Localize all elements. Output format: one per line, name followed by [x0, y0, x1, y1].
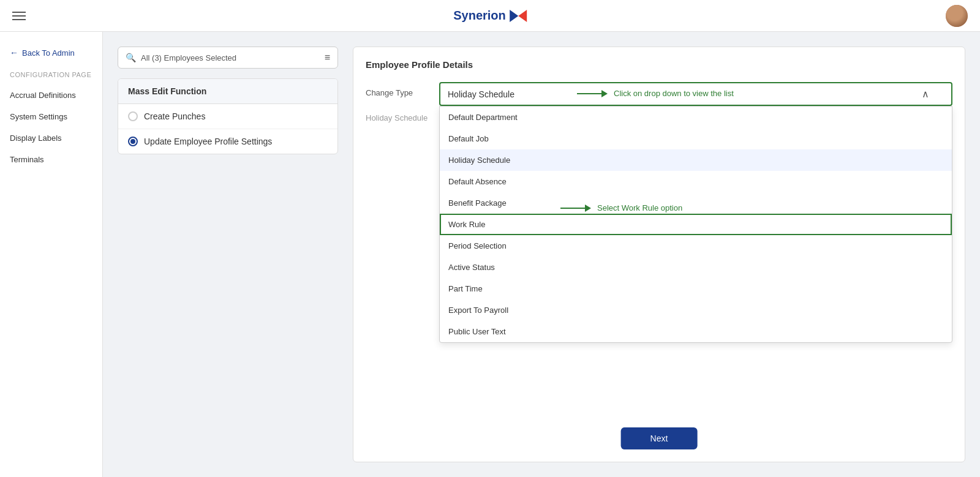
sidebar-item-terminals[interactable]: Terminals	[0, 149, 102, 170]
next-button[interactable]: Next	[621, 427, 698, 449]
avatar[interactable]	[946, 5, 968, 27]
chevron-up-icon: ∧	[922, 88, 929, 100]
change-type-label: Change Type	[366, 82, 439, 97]
search-text: All (3) Employees Selected	[141, 53, 236, 62]
holiday-schedule-field-label: Holiday Schedule	[366, 113, 439, 122]
sidebar-item-system-label: System Settings	[10, 112, 67, 121]
config-label: CONFIGURATION PAGE	[0, 69, 102, 85]
dropdown-export-to-payroll[interactable]: Export To Payroll	[440, 299, 952, 321]
dropdown-active-status[interactable]: Active Status	[440, 257, 952, 278]
sidebar-item-accrual-label: Accrual Definitions	[10, 91, 76, 100]
dropdown-holiday-schedule[interactable]: Holiday Schedule	[440, 149, 952, 171]
sidebar-item-terminals-label: Terminals	[10, 155, 44, 164]
panel-title: Employee Profile Details	[366, 59, 952, 70]
dropdown-default-absence[interactable]: Default Absence	[440, 171, 952, 192]
brand-icon	[510, 10, 527, 22]
sidebar-item-display-label: Display Labels	[10, 133, 62, 143]
update-employee-option[interactable]: Update Employee Profile Settings	[118, 129, 337, 154]
avatar-image	[946, 5, 968, 27]
update-employee-radio[interactable]	[128, 137, 138, 146]
dropdown-menu: Default Department Default Job Holiday S…	[439, 106, 952, 343]
dropdown-period-selection[interactable]: Period Selection	[440, 235, 952, 257]
dropdown-default-job[interactable]: Default Job	[440, 128, 952, 149]
dropdown-default-dept[interactable]: Default Department	[440, 107, 952, 128]
dropdown-public-user-text[interactable]: Public User Text	[440, 321, 952, 342]
dropdown-part-time[interactable]: Part Time	[440, 278, 952, 299]
mass-edit-header: Mass Edit Function	[118, 79, 337, 104]
mass-edit-panel: Mass Edit Function Create Punches Update…	[118, 78, 338, 154]
sidebar-item-accrual[interactable]: Accrual Definitions	[0, 85, 102, 106]
left-panel: 🔍 All (3) Employees Selected ≡ Mass Edit…	[118, 47, 338, 462]
create-punches-radio[interactable]	[128, 111, 138, 121]
brand-name: Synerion	[453, 9, 506, 23]
sidebar-item-system[interactable]: System Settings	[0, 106, 102, 127]
sidebar: ← Back To Admin CONFIGURATION PAGE Accru…	[0, 32, 103, 477]
main-content: 🔍 All (3) Employees Selected ≡ Mass Edit…	[103, 32, 980, 477]
back-label: Back To Admin	[22, 48, 75, 58]
back-to-admin-link[interactable]: ← Back To Admin	[0, 43, 102, 62]
change-type-select[interactable]: Holiday Schedule ∧	[439, 82, 952, 106]
change-type-row: Change Type Holiday Schedule ∧ Default D…	[366, 82, 952, 106]
right-panel: Employee Profile Details Change Type Hol…	[353, 47, 965, 462]
change-type-select-wrapper: Holiday Schedule ∧ Default Department De…	[439, 82, 952, 106]
create-punches-label: Create Punches	[144, 111, 205, 121]
update-employee-label: Update Employee Profile Settings	[144, 137, 272, 146]
filter-icon[interactable]: ≡	[325, 52, 330, 63]
employee-search-bar[interactable]: 🔍 All (3) Employees Selected ≡	[118, 47, 338, 69]
back-arrow-icon: ←	[10, 48, 18, 58]
hamburger-icon[interactable]	[12, 12, 26, 20]
select-value: Holiday Schedule	[448, 89, 514, 99]
sidebar-item-display[interactable]: Display Labels	[0, 127, 102, 149]
dropdown-work-rule[interactable]: Work Rule	[440, 214, 952, 235]
next-button-row: Next	[621, 427, 698, 449]
search-icon: 🔍	[126, 53, 136, 62]
search-bar-left: 🔍 All (3) Employees Selected	[126, 53, 236, 62]
dropdown-benefit-package[interactable]: Benefit Package	[440, 192, 952, 214]
brand-logo: Synerion	[453, 9, 527, 23]
top-nav: Synerion	[0, 0, 980, 32]
main-layout: ← Back To Admin CONFIGURATION PAGE Accru…	[0, 32, 980, 477]
create-punches-option[interactable]: Create Punches	[118, 104, 337, 129]
